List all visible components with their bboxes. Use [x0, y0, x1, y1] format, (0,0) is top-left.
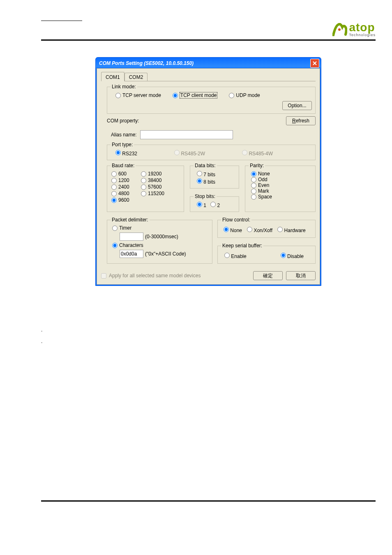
baud-115200-label: 115200 — [148, 191, 164, 196]
radio-baud-2400[interactable]: 2400 — [111, 184, 136, 190]
stop1-label: 1 — [203, 203, 206, 208]
radio-baud-4800[interactable]: 4800 — [111, 191, 136, 196]
radio-parity-space[interactable]: Space — [249, 194, 312, 200]
radio-parity-none[interactable]: None — [249, 171, 312, 177]
ok-button[interactable]: 確定 — [253, 271, 283, 280]
close-button[interactable] — [310, 59, 319, 68]
tab-com1[interactable]: COM1 — [101, 72, 125, 81]
radio-baud-19200[interactable]: 19200 — [141, 171, 166, 177]
tcp-server-label: TCP server mode — [122, 92, 161, 98]
radio-baud-57600[interactable]: 57600 — [141, 184, 166, 190]
top-underline — [41, 21, 82, 21]
8bits-label: 8 bits — [203, 179, 215, 185]
window-title: COM Ports Setting (SE5002, 10.0.50.150) — [99, 60, 194, 66]
keep-disable-label: Disable — [287, 253, 304, 259]
radio-baud-600[interactable]: 600 — [111, 171, 136, 177]
baud-38400-label: 38400 — [148, 177, 161, 183]
brand-logo: atop Technologies — [332, 22, 376, 37]
alias-name-input[interactable] — [140, 130, 233, 139]
com-property-label: COM property: — [107, 118, 139, 124]
radio-stop-2[interactable]: 2 — [210, 202, 220, 208]
radio-flow-hw[interactable]: Hardware — [277, 227, 305, 233]
keepbuf-legend: Keep serial buffer: — [221, 243, 263, 249]
baud-57600-label: 57600 — [148, 184, 161, 190]
packet-delimiter-group: Packet delimiter: Timer (0-30000msec) — [107, 217, 212, 264]
stop2-label: 2 — [217, 203, 220, 208]
trailing-dot-1: . — [41, 327, 376, 333]
data-bits-group: Data bits: 7 bits 8 bits — [190, 163, 239, 189]
parity-space-label: Space — [258, 194, 272, 200]
logo-brand: atop — [349, 22, 376, 33]
refresh-button[interactable]: Refresh — [286, 116, 316, 125]
radio-rs232[interactable]: RS232 — [115, 150, 137, 157]
logo-sub: Technologies — [349, 33, 376, 37]
radio-tcp-server[interactable]: TCP server mode — [115, 92, 161, 98]
page-divider-top — [41, 39, 376, 41]
baud-4800-label: 4800 — [118, 191, 129, 196]
baud-rate-group: Baud rate: 600 1200 2400 4800 9600 19200 — [107, 163, 184, 212]
radio-rs485-2w: RS485-2W — [174, 150, 205, 157]
baud-legend: Baud rate: — [111, 163, 136, 168]
svg-point-0 — [338, 28, 341, 31]
trailing-dot-2: . — [41, 339, 376, 344]
radio-flow-none[interactable]: None — [224, 227, 242, 233]
rs485-4w-label: RS485-4W — [249, 151, 273, 157]
flow-hw-label: Hardware — [284, 228, 306, 233]
radio-baud-1200[interactable]: 1200 — [111, 177, 136, 183]
radio-8bits[interactable]: 8 bits — [197, 178, 235, 185]
chars-label: Characters — [119, 242, 143, 248]
baud-19200-label: 19200 — [148, 171, 161, 177]
chars-input[interactable] — [120, 250, 143, 258]
parity-none-label: None — [258, 171, 270, 177]
radio-baud-9600[interactable]: 9600 — [111, 197, 136, 203]
close-icon — [312, 61, 317, 66]
dialog-window: COM Ports Setting (SE5002, 10.0.50.150) … — [95, 57, 321, 286]
radio-7bits[interactable]: 7 bits — [197, 171, 235, 177]
parity-group: Parity: None Odd Even Mark Space — [245, 163, 316, 212]
option-button[interactable]: Option... — [282, 101, 312, 110]
baud-9600-label: 9600 — [118, 197, 129, 203]
radio-keep-disable[interactable]: Disable — [281, 253, 304, 259]
timer-label: Timer — [119, 225, 131, 231]
cancel-button[interactable]: 取消 — [286, 271, 316, 280]
tab-com2[interactable]: COM2 — [125, 73, 148, 81]
radio-keep-enable[interactable]: Enable — [224, 253, 247, 259]
udp-mode-label: UDP mode — [236, 92, 260, 98]
packet-legend: Packet delimiter: — [111, 217, 150, 223]
radio-parity-odd[interactable]: Odd — [249, 177, 312, 182]
parity-legend: Parity: — [249, 163, 265, 168]
radio-stop-1[interactable]: 1 — [197, 202, 206, 208]
keep-serial-group: Keep serial buffer: Enable Disable — [217, 243, 316, 264]
radio-udp-mode[interactable]: UDP mode — [229, 92, 260, 98]
port-type-legend: Port type: — [111, 142, 134, 147]
timer-input[interactable] — [120, 233, 143, 241]
radio-flow-xon[interactable]: Xon/Xoff — [247, 227, 272, 233]
radio-baud-38400[interactable]: 38400 — [141, 177, 166, 183]
radio-delim-timer[interactable]: Timer — [112, 225, 209, 231]
parity-odd-label: Odd — [258, 177, 267, 182]
radio-delim-chars[interactable]: Characters — [112, 242, 209, 248]
radio-parity-even[interactable]: Even — [249, 182, 312, 188]
flow-xon-label: Xon/Xoff — [254, 228, 272, 233]
baud-1200-label: 1200 — [118, 177, 129, 183]
apply-all-checkbox: Apply for all selected same model device… — [101, 273, 201, 279]
rs485-2w-label: RS485-2W — [181, 151, 205, 157]
com-tabs: COM1 COM2 — [101, 72, 316, 81]
radio-parity-mark[interactable]: Mark — [249, 188, 312, 194]
baud-2400-label: 2400 — [118, 184, 129, 190]
title-bar[interactable]: COM Ports Setting (SE5002, 10.0.50.150) — [97, 58, 320, 68]
7bits-label: 7 bits — [203, 172, 215, 177]
link-mode-group: Link mode: TCP server mode TCP client mo… — [107, 84, 316, 114]
databits-legend: Data bits: — [194, 163, 217, 168]
apply-all-label: Apply for all selected same model device… — [109, 273, 201, 279]
alias-name-label: Alias name: — [111, 132, 137, 138]
radio-tcp-client[interactable]: TCP client mode — [173, 92, 217, 99]
chars-hint: ("0x"+ASCII Code) — [145, 251, 186, 257]
logo-mark-icon — [332, 23, 347, 36]
radio-baud-115200[interactable]: 115200 — [141, 191, 166, 196]
flow-none-label: None — [230, 228, 242, 233]
radio-rs485-4w: RS485-4W — [242, 150, 273, 157]
stopbits-legend: Stop bits: — [194, 193, 217, 199]
link-mode-legend: Link mode: — [111, 84, 137, 90]
flow-legend: Flow control: — [221, 217, 251, 223]
